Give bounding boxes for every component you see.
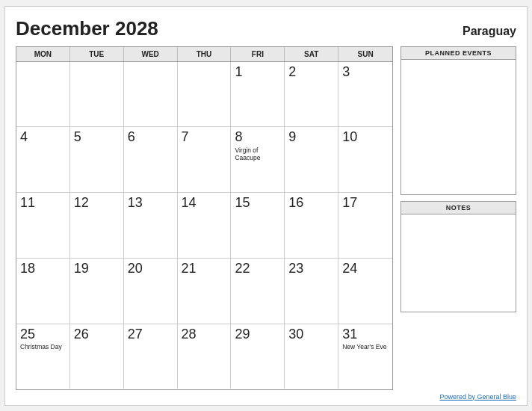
day-event-label: Christmas Day <box>20 343 62 350</box>
calendar-page: December 2028 Paraguay MONTUEWEDTHUFRISA… <box>4 6 528 406</box>
day-cell: 21 <box>178 259 232 324</box>
day-cell: 26 <box>70 324 124 389</box>
day-number: 18 <box>20 262 35 276</box>
day-number: 24 <box>342 262 357 276</box>
day-cell: 12 <box>70 193 124 258</box>
dow-cell: TUE <box>70 47 124 61</box>
day-number: 31 <box>342 327 357 342</box>
day-number: 3 <box>342 65 350 80</box>
dow-cell: SUN <box>338 47 392 61</box>
day-cell: 18 <box>16 259 70 324</box>
day-cell: 19 <box>70 259 124 324</box>
week-row: 123 <box>16 62 392 128</box>
planned-events-box: PLANNED EVENTS <box>400 46 516 195</box>
day-cell: 11 <box>16 193 70 258</box>
empty-day-cell <box>178 62 232 127</box>
day-cell: 25Christmas Day <box>16 324 70 389</box>
day-cell: 16 <box>285 193 338 258</box>
empty-day-cell <box>16 62 70 127</box>
dow-cell: THU <box>178 47 232 61</box>
day-number: 22 <box>235 262 250 276</box>
country-label: Paraguay <box>463 25 516 38</box>
day-cell: 29 <box>231 324 285 389</box>
day-number: 11 <box>20 196 35 211</box>
week-row: 11121314151617 <box>16 193 392 259</box>
day-number: 15 <box>235 196 250 211</box>
day-number: 23 <box>288 262 303 276</box>
week-row: 25Christmas Day262728293031New Year's Ev… <box>16 324 392 389</box>
day-number: 7 <box>182 130 189 145</box>
header: December 2028 Paraguay <box>16 17 516 40</box>
day-number: 19 <box>74 262 89 276</box>
day-number: 10 <box>342 130 357 145</box>
day-number: 14 <box>182 196 197 211</box>
day-number: 2 <box>288 65 296 80</box>
notes-content <box>401 214 516 312</box>
day-number: 16 <box>288 196 303 211</box>
day-cell: 27 <box>124 324 178 389</box>
side-section: PLANNED EVENTS NOTES <box>400 46 516 390</box>
day-cell: 2 <box>285 62 338 127</box>
day-cell: 4 <box>16 127 70 192</box>
dow-cell: WED <box>124 47 178 61</box>
day-cell: 3 <box>338 62 392 127</box>
empty-day-cell <box>124 62 178 127</box>
day-cell: 1 <box>231 62 285 127</box>
day-number: 26 <box>74 327 89 342</box>
day-cell: 24 <box>338 259 392 324</box>
day-cell: 14 <box>178 193 232 258</box>
planned-events-title: PLANNED EVENTS <box>401 47 516 60</box>
day-cell: 5 <box>70 127 124 192</box>
day-cell: 6 <box>124 127 178 192</box>
planned-events-content <box>401 60 516 194</box>
week-row: 18192021222324 <box>16 259 392 324</box>
notes-title: NOTES <box>401 202 516 214</box>
day-cell: 23 <box>285 259 338 324</box>
day-cell: 9 <box>285 127 338 192</box>
day-number: 12 <box>74 196 89 211</box>
day-cell: 15 <box>231 193 285 258</box>
day-number: 27 <box>128 327 143 342</box>
day-number: 30 <box>288 327 303 342</box>
day-number: 17 <box>342 196 357 211</box>
weeks-container: 12345678Virgin of Caacupe910111213141516… <box>16 62 392 389</box>
day-cell: 10 <box>338 127 392 192</box>
main-area: MONTUEWEDTHUFRISATSUN 12345678Virgin of … <box>16 46 516 390</box>
day-number: 8 <box>235 130 242 145</box>
day-cell: 28 <box>178 324 232 389</box>
day-cell: 8Virgin of Caacupe <box>231 127 285 192</box>
day-number: 29 <box>235 327 250 342</box>
day-number: 25 <box>20 327 35 342</box>
dow-cell: MON <box>16 47 70 61</box>
day-cell: 31New Year's Eve <box>338 324 392 389</box>
day-number: 20 <box>128 262 143 276</box>
day-number: 6 <box>128 130 135 145</box>
footer: Powered by General Blue <box>16 393 516 401</box>
week-row: 45678Virgin of Caacupe910 <box>16 127 392 193</box>
dow-cell: FRI <box>231 47 285 61</box>
month-year-title: December 2028 <box>16 17 158 40</box>
day-cell: 20 <box>124 259 178 324</box>
day-number: 5 <box>74 130 81 145</box>
empty-day-cell <box>70 62 124 127</box>
day-number: 28 <box>182 327 197 342</box>
day-cell: 17 <box>338 193 392 258</box>
day-number: 1 <box>235 65 242 80</box>
notes-box: NOTES <box>400 201 516 312</box>
day-cell: 7 <box>178 127 232 192</box>
powered-by-link[interactable]: Powered by General Blue <box>439 393 516 401</box>
day-cell: 13 <box>124 193 178 258</box>
day-number: 13 <box>128 196 143 211</box>
day-event-label: New Year's Eve <box>342 343 386 350</box>
day-number: 21 <box>182 262 197 276</box>
days-of-week-row: MONTUEWEDTHUFRISATSUN <box>16 47 392 62</box>
day-number: 4 <box>20 130 28 145</box>
day-cell: 30 <box>285 324 338 389</box>
day-number: 9 <box>288 130 296 145</box>
day-cell: 22 <box>231 259 285 324</box>
day-event-label: Virgin of Caacupe <box>235 146 280 161</box>
calendar-grid: MONTUEWEDTHUFRISATSUN 12345678Virgin of … <box>16 46 393 390</box>
dow-cell: SAT <box>285 47 338 61</box>
